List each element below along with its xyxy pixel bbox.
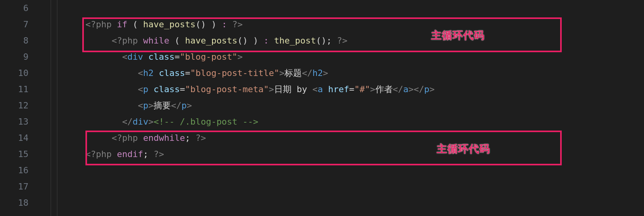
annotation-label-top: 主循环代码	[431, 27, 485, 44]
string-blog-post-title: "blog-post-title"	[190, 68, 279, 78]
tag-div: div	[133, 117, 148, 127]
attr-class: class	[148, 52, 174, 62]
tag-h2: h2	[143, 68, 154, 78]
php-close-tag: ?>	[337, 36, 348, 45]
line-gutter: 6 7 8 9 10 11 12 13 14 15 16 17 18	[0, 0, 40, 216]
annotation-label-bottom: 主循环代码	[437, 141, 490, 157]
tag-a: a	[318, 84, 323, 94]
angle-bracket: >	[148, 117, 153, 127]
code-editor: 6 7 8 9 10 11 12 13 14 15 16 17 18 <?php…	[0, 0, 644, 216]
tag-a: a	[403, 84, 408, 94]
code-line	[44, 162, 644, 178]
php-open-tag: <?php	[112, 133, 138, 143]
keyword-while: while	[143, 36, 169, 45]
php-open-tag: <?php	[85, 19, 112, 29]
tag-div: div	[127, 52, 143, 62]
attr-class: class	[159, 68, 185, 78]
angle-bracket: >	[187, 100, 192, 110]
code-line: <?php endwhile; ?>	[44, 130, 644, 146]
line-number: 17	[0, 178, 28, 195]
angle-bracket: </	[414, 84, 424, 94]
code-line: <p>摘要</p>	[44, 97, 644, 114]
line-number: 6	[0, 0, 28, 16]
semicolon: ;	[326, 36, 331, 45]
angle-bracket: >	[279, 68, 284, 78]
line-number: 15	[0, 146, 28, 162]
semicolon: ;	[185, 133, 190, 143]
line-number: 10	[0, 65, 28, 81]
angle-bracket: >	[430, 84, 435, 94]
angle-bracket: </	[171, 100, 182, 110]
func-the-post: the_post	[274, 36, 316, 45]
code-line: </div><!-- /.blog-post -->	[44, 114, 644, 130]
code-line: <?php while ( have_posts() ) : the_post(…	[44, 32, 644, 49]
paren: (	[174, 36, 180, 45]
paren: )	[321, 36, 326, 45]
php-open-tag: <?php	[85, 149, 112, 159]
angle-bracket: <	[313, 84, 318, 94]
text-date: 日期	[274, 84, 297, 94]
keyword-endwhile: endwhile	[143, 133, 185, 143]
angle-bracket: >	[237, 52, 242, 62]
angle-bracket: >	[269, 84, 274, 94]
text-title: 标题	[284, 68, 302, 78]
line-number: 7	[0, 16, 28, 32]
paren: (	[316, 36, 321, 45]
angle-bracket: </	[122, 117, 133, 127]
line-number: 18	[0, 195, 28, 211]
tag-h2: h2	[313, 68, 323, 78]
angle-bracket: >	[323, 68, 328, 78]
line-number: 12	[0, 97, 28, 114]
code-line: <div class="blog-post">	[44, 49, 644, 65]
paren: (	[195, 19, 201, 29]
tag-p: p	[424, 84, 429, 94]
tag-p: p	[143, 84, 148, 94]
keyword-if: if	[117, 19, 127, 29]
code-line: <p class="blog-post-meta">日期 by <a href=…	[44, 81, 644, 97]
angle-bracket: <	[138, 84, 143, 94]
code-line: <h2 class="blog-post-title">标题</h2>	[44, 65, 644, 81]
line-number: 11	[0, 81, 28, 97]
angle-bracket: >	[148, 100, 153, 110]
attr-class: class	[153, 84, 180, 94]
line-number: 8	[0, 32, 28, 49]
angle-bracket: >	[370, 84, 375, 94]
code-line	[44, 0, 644, 16]
string-hash: "#"	[354, 84, 370, 94]
html-comment: <!-- /.blog-post -->	[153, 117, 258, 127]
code-line	[44, 195, 644, 211]
keyword-endif: endif	[117, 149, 143, 159]
angle-bracket: <	[122, 52, 127, 62]
angle-bracket: >	[409, 84, 414, 94]
angle-bracket: <	[138, 68, 143, 78]
code-line: <?php endif; ?>	[44, 146, 644, 162]
text-by: by	[297, 84, 313, 94]
line-number: 14	[0, 130, 28, 146]
tag-p: p	[182, 100, 187, 110]
tag-p: p	[143, 100, 148, 110]
equals: =	[174, 52, 180, 62]
paren: (	[237, 36, 242, 45]
line-number: 16	[0, 162, 28, 178]
paren: )	[201, 19, 206, 29]
line-number: 13	[0, 114, 28, 130]
angle-bracket: </	[393, 84, 403, 94]
string-blog-post-meta: "blog-post-meta"	[185, 84, 269, 94]
colon: :	[258, 36, 274, 45]
line-number: 9	[0, 49, 28, 65]
code-area[interactable]: <?php if ( have_posts() ) : ?> <?php whi…	[40, 0, 644, 216]
func-have-posts: have_posts	[143, 19, 195, 29]
func-have-posts: have_posts	[185, 36, 237, 45]
code-line	[44, 178, 644, 195]
code-line: <?php if ( have_posts() ) : ?>	[44, 16, 644, 32]
angle-bracket: <	[138, 100, 143, 110]
text-excerpt: 摘要	[153, 100, 171, 110]
paren: )	[211, 19, 216, 29]
paren: )	[253, 36, 258, 45]
text-author: 作者	[375, 84, 393, 94]
semicolon: ;	[143, 149, 148, 159]
colon: :	[216, 19, 232, 29]
angle-bracket: </	[302, 68, 313, 78]
php-close-tag: ?>	[195, 133, 206, 143]
php-open-tag: <?php	[112, 36, 138, 45]
